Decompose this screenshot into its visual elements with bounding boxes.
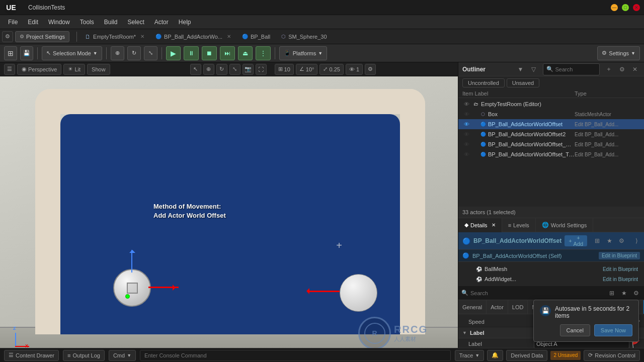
outliner-search-input[interactable]	[555, 66, 597, 72]
details-tab-close[interactable]: ✕	[492, 222, 496, 228]
eye-icon[interactable]: 👁	[462, 111, 470, 117]
tree-row[interactable]: 👁 🗁 EmptyTestRoom (Editor)	[458, 99, 644, 109]
autosave-cancel-button[interactable]: Cancel	[560, 324, 590, 336]
revision-control-button[interactable]: ⟳ Revision Control	[584, 350, 640, 361]
platforms-button[interactable]: 📱 Platforms ▼	[279, 46, 327, 60]
tree-row-selected[interactable]: 👁 🔵 BP_Ball_AddActorWorldOffset Edit BP_…	[458, 119, 644, 129]
outliner-new-button[interactable]: +	[604, 64, 614, 74]
cat-tab-actor[interactable]: Actor	[487, 300, 508, 314]
viewport-settings2-button[interactable]: ⚙	[365, 64, 376, 75]
lit-button[interactable]: ☀ Lit	[63, 64, 85, 75]
tab-bpball[interactable]: 🔵 BP_Ball	[237, 30, 275, 43]
details-search-input[interactable]	[470, 290, 605, 296]
derived-data-button[interactable]: Derived Data	[506, 350, 547, 361]
console-input[interactable]	[140, 350, 451, 361]
tab-bpball-addactor[interactable]: 🔵 BP_Ball_AddActorWo... ✕	[150, 30, 236, 43]
notification-button[interactable]: 🔔	[487, 350, 503, 361]
tab-emptytestroom-close[interactable]: ✕	[140, 34, 144, 39]
details-tab-details[interactable]: ◆ Details ✕	[458, 218, 502, 232]
angle-snap-button[interactable]: ∠ 10°	[296, 64, 318, 75]
minimize-button[interactable]: —	[611, 4, 618, 11]
viewport[interactable]: ☰ ◉ Perspective ☀ Lit Show ↖ ⊕ ↻ ⤡ 📷 ⛶	[0, 62, 458, 348]
component-row-ballmesh[interactable]: ⚽ BallMesh Edit in Blueprint	[462, 264, 640, 274]
skip-button[interactable]: ⏭	[220, 46, 235, 60]
rotate-tool-button[interactable]: ↻	[216, 64, 227, 75]
perspective-button[interactable]: ◉ Perspective	[17, 64, 61, 75]
stop-button[interactable]: ⏹	[202, 46, 217, 60]
tree-row[interactable]: 👁 🔵 BP_Ball_AddActorWorldOffset_Tick_Hi …	[458, 149, 644, 159]
eye-icon[interactable]: 👁	[462, 141, 470, 147]
scale-snap-button[interactable]: ⤢ 0.25	[319, 64, 343, 75]
details-tab-world-settings[interactable]: 🌐 World Settings	[536, 218, 593, 232]
eject-button[interactable]: ⏏	[238, 46, 253, 60]
tree-row[interactable]: 👁 🔵 BP_Ball_AddActorWorldOffset2 Edit BP…	[458, 129, 644, 139]
viewport-canvas[interactable]: Method of Movement: Add Actor World Offs…	[0, 76, 458, 348]
pause-button[interactable]: ⏸	[184, 46, 199, 60]
translate-tool-button[interactable]: ⊕	[203, 64, 214, 75]
cmd-button[interactable]: Cmd ▼	[109, 350, 136, 361]
tab-emptytestroom[interactable]: 🗋 EmptyTestRoom* ✕	[80, 30, 149, 43]
tree-row[interactable]: 👁 🔵 BP_Ball_AddActorWorldOffset_BeginP E…	[458, 139, 644, 149]
tab-bpball-close[interactable]: ✕	[227, 34, 231, 39]
trace-button[interactable]: Trace ▼	[455, 350, 485, 361]
outliner-filter2-button[interactable]: ▽	[529, 64, 539, 74]
outliner-settings-button[interactable]: ⚙	[617, 64, 627, 74]
content-drawer-button[interactable]: ☰ Content Drawer	[4, 350, 59, 361]
menu-actor[interactable]: Actor	[150, 18, 173, 27]
eye-icon[interactable]: 👁	[462, 101, 470, 107]
col-item-label[interactable]: Item Label	[462, 90, 575, 97]
menu-select[interactable]: Select	[123, 18, 148, 27]
menu-file[interactable]: File	[4, 18, 22, 27]
outliner-search[interactable]: 🔍	[543, 63, 600, 75]
eye-icon[interactable]: 👁	[462, 121, 470, 127]
menu-build[interactable]: Build	[100, 18, 122, 27]
details-arrow-button[interactable]: ⟩	[631, 236, 641, 246]
transform-rotate-button[interactable]: ↻	[127, 46, 141, 60]
details-search-grid[interactable]: ⊞	[607, 288, 617, 298]
unsaved-badge[interactable]: 2 Unsaved	[550, 351, 581, 360]
grid-snap-button[interactable]: ⊞ 10	[275, 64, 294, 75]
camera-speed-button[interactable]: 📷	[243, 64, 254, 75]
cat-tab-general[interactable]: General	[458, 300, 487, 314]
details-search-settings[interactable]: ⚙	[631, 288, 641, 298]
select-tool-button[interactable]: ↖	[190, 64, 201, 75]
viewport-options-button[interactable]: ☰	[4, 64, 15, 75]
menu-tools[interactable]: Tools	[76, 18, 98, 27]
tree-row[interactable]: 👁 ⬡ Box StaticMeshActor	[458, 109, 644, 119]
maximize-view-button[interactable]: ⛶	[256, 64, 267, 75]
settings-button[interactable]: ⚙ Settings ▼	[597, 46, 640, 60]
close-button[interactable]: ✕	[633, 4, 640, 11]
autosave-save-button[interactable]: Save Now	[594, 324, 632, 336]
transform-translate-button[interactable]: ⊕	[111, 46, 124, 60]
outliner-tab-unsaved[interactable]: Unsaved	[507, 78, 539, 87]
tab-smsphere[interactable]: ⬡ SM_Sphere_30	[276, 30, 332, 43]
details-collapse-button[interactable]: ⟩	[631, 236, 641, 246]
details-star-button[interactable]: ★	[604, 236, 614, 246]
edit-blueprint-ball[interactable]: Edit in Blueprint	[603, 266, 638, 272]
col-type[interactable]: Type	[575, 90, 640, 97]
edit-blueprint-button[interactable]: Edit in Blueprint	[599, 252, 640, 259]
details-tab-levels[interactable]: ≡ Levels	[502, 218, 536, 232]
selection-mode-button[interactable]: ↖ Selection Mode ▼	[42, 46, 102, 60]
project-settings-icon[interactable]: ⚙	[2, 31, 13, 42]
content-browser-button[interactable]: ⊞	[4, 46, 17, 60]
save-button[interactable]: 💾	[20, 46, 33, 60]
maximize-button[interactable]: □	[622, 4, 629, 11]
view-mode-button[interactable]: 👁 1	[346, 64, 363, 75]
details-search-star[interactable]: ★	[619, 288, 629, 298]
component-row-addwidget[interactable]: ⚽ AddWidget... Edit in Blueprint	[462, 274, 640, 284]
edit-blueprint-widget[interactable]: Edit in Blueprint	[603, 277, 638, 282]
eye-icon[interactable]: 👁	[462, 131, 470, 137]
details-search[interactable]: 🔍 ⊞ ★ ⚙	[458, 286, 644, 300]
menu-window[interactable]: Window	[44, 18, 74, 27]
outliner-filter-button[interactable]: ▼	[516, 64, 526, 74]
outliner-tab-uncontrolled[interactable]: Uncontrolled	[462, 78, 505, 87]
details-grid-button[interactable]: ⊞	[592, 236, 602, 246]
project-settings-button[interactable]: ⚙ Project Settings	[15, 31, 69, 42]
show-button[interactable]: Show	[87, 64, 110, 75]
transform-scale-button[interactable]: ⤡	[144, 46, 157, 60]
outliner-close-button[interactable]: ✕	[630, 64, 640, 74]
details-settings-button[interactable]: ⚙	[616, 236, 626, 246]
add-component-button[interactable]: + + Add	[565, 235, 587, 246]
details-actor-self-row[interactable]: 🔵 BP_Ball_AddActorWorldOffset (Self) Edi…	[458, 250, 644, 262]
